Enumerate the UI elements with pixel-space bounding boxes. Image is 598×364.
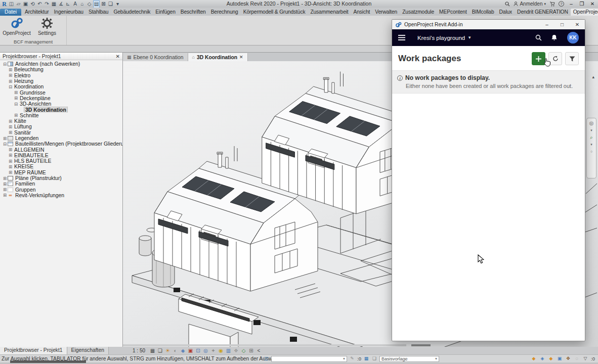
displaced-elements-icon[interactable]: ⊞: [248, 347, 254, 354]
save-icon[interactable]: ▣: [22, 1, 29, 8]
bell-icon[interactable]: [551, 34, 558, 41]
expand-plus-icon[interactable]: ⊞: [13, 113, 19, 118]
ribbon-tab-ansicht[interactable]: Ansicht: [351, 9, 373, 16]
tree-item-kreise[interactable]: ⊞KREISE: [0, 164, 122, 169]
undo-icon[interactable]: ↶: [36, 1, 43, 8]
tree-item-deckenpläne[interactable]: ⊞Deckenpläne: [0, 96, 122, 101]
ribbon-tab-bimcollab[interactable]: BIMcollab: [469, 9, 497, 16]
tree-item-pläne-planstruktur-[interactable]: ⊞Pläne (Planstruktur): [0, 175, 122, 181]
tree-item-grundrisse[interactable]: ⊞Grundrisse: [0, 89, 122, 95]
tree-item-schnitte[interactable]: ⊞Schnitte: [0, 113, 122, 118]
tree-item-revit-verknüpfungen[interactable]: ⊞∞Revit-Verknüpfungen: [0, 193, 122, 198]
ribbon-tab-einfügen[interactable]: Einfügen: [153, 9, 178, 16]
tree-item-hls-bauteile[interactable]: ⊞HLS BAUTEILE: [0, 158, 122, 164]
window-close-button[interactable]: ✕: [589, 1, 596, 7]
expand-plus-icon[interactable]: ⊞: [8, 119, 13, 124]
expand-plus-icon[interactable]: ⊞: [2, 176, 8, 181]
bottom-tab-projektbrowser-projekt1[interactable]: Projektbrowser - Projekt1: [0, 347, 67, 354]
ribbon-tab-gebäudetechnik[interactable]: Gebäudetechnik: [111, 9, 153, 16]
close-inactive-views-icon[interactable]: ⊠: [100, 1, 107, 8]
expand-bar-icon[interactable]: <: [255, 347, 262, 354]
ribbon-tab-dendrit-generation[interactable]: Dendrit GENERATION: [515, 9, 571, 16]
addin-minimize-button[interactable]: –: [539, 20, 554, 29]
measure-icon[interactable]: ∡: [58, 1, 64, 8]
ribbon-tab-openproject[interactable]: OpenProject: [571, 9, 598, 16]
collapse-minus-icon[interactable]: ⊟: [13, 102, 19, 107]
expand-plus-icon[interactable]: ⊞: [8, 73, 13, 78]
tree-item-sanitär[interactable]: ⊞Sanitär: [0, 130, 122, 135]
tree-item-einbauteile[interactable]: ⊞EINBAUTEILE: [0, 153, 122, 158]
ribbon-tab-dalux[interactable]: Dalux: [497, 9, 515, 16]
ribbon-tab-beschriften[interactable]: Beschriften: [178, 9, 208, 16]
editable-only-icon[interactable]: ✎: [349, 356, 355, 361]
expand-plus-icon[interactable]: ⊞: [2, 181, 8, 187]
rendering-dialog-icon[interactable]: ◈: [180, 347, 186, 354]
expand-plus-icon[interactable]: ⊞: [8, 124, 13, 129]
expand-plus-icon[interactable]: ⊞: [13, 90, 19, 95]
view-tab-close-icon[interactable]: ✕: [239, 55, 243, 60]
ribbon-tab-körpermodell-grundstück[interactable]: Körpermodell & Grundstück: [241, 9, 308, 16]
store-cart-icon[interactable]: [549, 2, 555, 7]
zoom-dropdown-icon[interactable]: ▾: [590, 142, 592, 147]
project-selector[interactable]: Kresi's playground ▼: [417, 35, 472, 41]
ribbon-tab-verwalten[interactable]: Verwalten: [372, 9, 400, 16]
aligned-dimension-icon[interactable]: ⊾: [65, 1, 71, 8]
drag-on-selection-toggle-icon[interactable]: ✥: [565, 356, 571, 361]
project-browser-close-icon[interactable]: ✕: [116, 54, 120, 59]
search-icon[interactable]: [535, 34, 542, 41]
collapse-minus-icon[interactable]: ⊟: [8, 84, 13, 89]
ribbon-tab-zusatzmodule[interactable]: Zusatzmodule: [400, 9, 437, 16]
sun-path-icon[interactable]: ☀: [164, 347, 171, 354]
design-option-select[interactable]: Basisvorlage▾: [379, 356, 439, 362]
shadows-icon[interactable]: ◐: [172, 347, 179, 354]
expand-plus-icon[interactable]: ⊞: [8, 153, 13, 158]
collapse-minus-icon[interactable]: ⊟: [2, 62, 8, 67]
view-tab-ebene-0-koordination[interactable]: ▦Ebene 0 Koordination: [123, 53, 188, 61]
expand-plus-icon[interactable]: ⊞: [2, 136, 8, 141]
ribbon-tab-berechnung[interactable]: Berechnung: [208, 9, 241, 16]
view-tab-3d-koordination[interactable]: ⌂3D Koordination✕: [188, 53, 248, 61]
default-3d-view-icon[interactable]: ⌂: [79, 1, 86, 8]
window-minimize-button[interactable]: –: [568, 1, 575, 7]
section-icon[interactable]: ◇: [86, 1, 93, 8]
expand-plus-icon[interactable]: ⊞: [2, 193, 8, 198]
customize-qat-icon[interactable]: ▾: [114, 1, 121, 8]
tree-item-lüftung[interactable]: ⊞Lüftung: [0, 124, 122, 129]
switch-windows-icon[interactable]: ❏: [107, 1, 114, 8]
tree-item-kälte[interactable]: ⊞Kälte: [0, 118, 122, 124]
analytical-model-icon[interactable]: ❖: [233, 347, 239, 354]
tree-item-mep-räume[interactable]: ⊞MEP RÄUME: [0, 170, 122, 175]
reveal-hidden-elements-icon[interactable]: ✦: [210, 347, 217, 354]
ribbon-tab-zusammenarbeit[interactable]: Zusammenarbeit: [308, 9, 351, 16]
openproject-button[interactable]: OpenProject: [2, 17, 31, 36]
active-option-icon[interactable]: ❏: [371, 356, 377, 361]
ribbon-tab-stahlbau[interactable]: Stahlbau: [86, 9, 111, 16]
select-by-face-toggle-icon[interactable]: ▣: [557, 356, 563, 361]
window-restore-button[interactable]: ❐: [578, 1, 585, 7]
hamburger-menu-icon[interactable]: [398, 35, 405, 40]
temporary-hide-isolate-icon[interactable]: ◎: [202, 347, 209, 354]
addin-close-button[interactable]: ✕: [570, 20, 585, 29]
temporary-view-properties-icon[interactable]: ▥: [225, 347, 232, 354]
tree-item-legenden[interactable]: ⊞Legenden: [0, 135, 122, 141]
tree-item-elektro[interactable]: ⊞Elektro: [0, 73, 122, 78]
tree-item-ansichten-nach-gewerken-[interactable]: ⊟Ansichten (nach Gewerken): [0, 61, 122, 67]
canvas-horizontal-scrollbar[interactable]: [123, 344, 406, 346]
settings-button[interactable]: Settings: [32, 17, 62, 36]
tree-item-bauteillisten-mengen-projektbrowser-gliederung-[interactable]: ⊟Bauteillisten/Mengen (Projektbrowser Gl…: [0, 141, 122, 147]
detail-level-icon[interactable]: ▦: [149, 347, 156, 354]
tree-item-allgemein[interactable]: ⊞ALLGEMEIN: [0, 147, 122, 152]
tree-item-gruppen[interactable]: ⊞Gruppen: [0, 187, 122, 193]
view-scale-button[interactable]: 1 : 50: [130, 347, 148, 354]
expand-plus-icon[interactable]: ⊞: [8, 159, 13, 164]
nav-dropdown-icon[interactable]: ▾: [590, 127, 592, 133]
ribbon-tab-mepcontent[interactable]: MEPcontent: [437, 9, 469, 16]
worksets-icon[interactable]: ◫: [263, 356, 269, 361]
expand-plus-icon[interactable]: ⊞: [8, 79, 13, 84]
sync-with-central-icon[interactable]: ⟲: [29, 1, 36, 8]
ribbon-tab-architektur[interactable]: Architektur: [22, 9, 52, 16]
select-links-toggle-icon[interactable]: ◆: [531, 356, 537, 361]
nav-options-icon[interactable]: ○: [590, 149, 592, 154]
thin-lines-icon[interactable]: ▤: [93, 0, 100, 8]
filter-button[interactable]: [565, 52, 579, 65]
